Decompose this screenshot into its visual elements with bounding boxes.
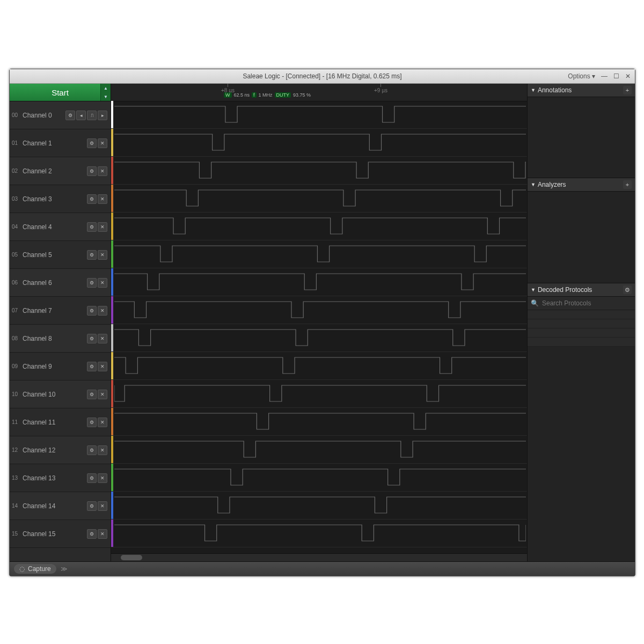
channel-row[interactable]: 02 Channel 2 ⚙ ✕ [10, 157, 111, 185]
channel-row[interactable]: 05 Channel 5 ⚙ ✕ [10, 241, 111, 269]
waveform [114, 495, 526, 515]
channel-name: Channel 7 [20, 307, 87, 314]
waveform-track[interactable] [111, 157, 527, 185]
channel-remove-button[interactable]: ✕ [98, 362, 107, 371]
annotations-title: Annotations [538, 86, 572, 94]
add-analyzer-button[interactable]: + [623, 180, 632, 189]
analyzers-title: Analyzers [538, 181, 566, 188]
channel-index: 08 [12, 335, 20, 341]
waveform-track[interactable] [111, 268, 527, 296]
channel-settings-button[interactable]: ⚙ [87, 194, 97, 204]
channel-row[interactable]: 08 Channel 8 ⚙ ✕ [10, 325, 111, 353]
scrollbar-thumb[interactable] [121, 555, 142, 560]
channel-settings-button[interactable]: ⚙ [87, 501, 97, 511]
channel-remove-button[interactable]: ✕ [98, 418, 107, 427]
channel-remove-button[interactable]: ✕ [98, 390, 107, 399]
waveform-track[interactable] [111, 519, 527, 547]
channel-settings-button[interactable]: ⚙ [87, 445, 97, 455]
channel-color-strip [111, 352, 113, 379]
channel-remove-button[interactable]: ✕ [98, 138, 107, 148]
channel-settings-button[interactable]: ⚙ [87, 473, 97, 483]
channel-row[interactable]: 01 Channel 1 ⚙ ✕ [10, 129, 111, 157]
capture-expand-icon[interactable]: ≫ [61, 565, 68, 573]
channel-row[interactable]: 13 Channel 13 ⚙ ✕ [10, 464, 111, 492]
add-annotation-button[interactable]: + [623, 86, 632, 94]
channel-row[interactable]: 06 Channel 6 ⚙ ✕ [10, 269, 111, 297]
channel-settings-button[interactable]: ⚙ [87, 390, 97, 399]
channel-row[interactable]: 04 Channel 4 ⚙ ✕ [10, 213, 111, 241]
channel-remove-button[interactable]: ✕ [98, 529, 107, 539]
trigger-next-button[interactable]: ▸ [98, 111, 107, 120]
channel-row[interactable]: 09 Channel 9 ⚙ ✕ [10, 353, 111, 380]
channel-row[interactable]: 10 Channel 10 ⚙ ✕ [10, 380, 111, 408]
window-maximize-button[interactable]: ☐ [612, 72, 620, 80]
channel-row[interactable]: 11 Channel 11 ⚙ ✕ [10, 408, 111, 436]
channel-settings-button[interactable]: ⚙ [87, 529, 97, 539]
protocol-row [528, 319, 635, 328]
channel-remove-button[interactable]: ✕ [98, 473, 107, 483]
horizontal-scrollbar[interactable] [111, 553, 527, 561]
channel-remove-button[interactable]: ✕ [98, 501, 107, 511]
channel-remove-button[interactable]: ✕ [98, 222, 107, 232]
waveform-track[interactable] [111, 464, 527, 492]
channel-settings-button[interactable]: ⚙ [87, 222, 97, 232]
channel-remove-button[interactable]: ✕ [98, 445, 107, 455]
channel-remove-button[interactable]: ✕ [98, 166, 107, 176]
decoded-protocols-header[interactable]: ▼ Decoded Protocols ⚙ [528, 283, 635, 297]
start-button[interactable]: Start ▲ ▼ [10, 84, 111, 101]
channel-settings-button[interactable]: ⚙ [87, 250, 97, 260]
channel-remove-button[interactable]: ✕ [98, 334, 107, 343]
protocol-rows [528, 310, 635, 347]
channel-settings-button[interactable]: ⚙ [87, 278, 97, 288]
waveform-area[interactable]: +8 µs +9 µs W 62.5 ns f 1 MHz DUTY 93.75… [111, 84, 527, 561]
capture-tab[interactable]: ◌ Capture [14, 564, 56, 574]
trigger-prev-button[interactable]: ◂ [76, 111, 86, 120]
start-up-arrow-icon[interactable]: ▲ [101, 84, 111, 92]
channel-remove-button[interactable]: ✕ [98, 306, 107, 316]
waveform-track[interactable] [111, 380, 527, 408]
waveform-track[interactable] [111, 408, 527, 436]
collapse-icon: ▼ [531, 182, 536, 187]
channel-settings-button[interactable]: ⚙ [87, 334, 97, 343]
waveform-track[interactable] [111, 101, 527, 129]
analyzers-header[interactable]: ▼ Analyzers + [528, 178, 635, 192]
waveform-tracks[interactable] [111, 101, 527, 554]
protocols-settings-button[interactable]: ⚙ [623, 286, 632, 294]
waveform-track[interactable] [111, 436, 527, 464]
waveform-track[interactable] [111, 324, 527, 352]
channel-settings-button[interactable]: ⚙ [87, 166, 97, 176]
analyzers-panel [528, 192, 635, 283]
waveform-track[interactable] [111, 129, 527, 157]
channel-settings-button[interactable]: ⚙ [87, 418, 97, 427]
annotations-header[interactable]: ▼ Annotations + [528, 84, 635, 97]
channel-row[interactable]: 00 Channel 0 ⚙ ◂ ⎍ ▸ [10, 101, 111, 129]
protocol-search-input[interactable] [541, 299, 632, 308]
waveform [114, 523, 526, 543]
channel-remove-button[interactable]: ✕ [98, 194, 107, 204]
channel-row[interactable]: 12 Channel 12 ⚙ ✕ [10, 436, 111, 464]
start-down-arrow-icon[interactable]: ▼ [101, 92, 111, 101]
channel-row[interactable]: 15 Channel 15 ⚙ ✕ [10, 520, 111, 548]
channel-settings-button[interactable]: ⚙ [87, 362, 97, 371]
channel-settings-button[interactable]: ⚙ [87, 306, 97, 316]
waveform-track[interactable] [111, 296, 527, 324]
window-minimize-button[interactable]: — [601, 72, 608, 80]
waveform-track[interactable] [111, 213, 527, 240]
channel-remove-button[interactable]: ✕ [98, 250, 107, 260]
channel-row[interactable]: 14 Channel 14 ⚙ ✕ [10, 492, 111, 520]
channel-settings-button[interactable]: ⚙ [65, 111, 75, 120]
channel-settings-button[interactable]: ⚙ [87, 138, 97, 148]
waveform-track[interactable] [111, 185, 527, 213]
channel-color-strip [111, 436, 113, 463]
waveform-track[interactable] [111, 352, 527, 380]
waveform-track[interactable] [111, 240, 527, 268]
channel-row[interactable]: 03 Channel 3 ⚙ ✕ [10, 185, 111, 213]
options-menu[interactable]: Options ▾ [568, 72, 595, 80]
trigger-edge-button[interactable]: ⎍ [87, 111, 97, 120]
waveform-track[interactable] [111, 492, 527, 519]
channel-name: Channel 15 [20, 530, 87, 538]
start-button-label: Start [52, 88, 69, 97]
window-close-button[interactable]: ✕ [624, 72, 632, 80]
channel-remove-button[interactable]: ✕ [98, 278, 107, 288]
channel-row[interactable]: 07 Channel 7 ⚙ ✕ [10, 297, 111, 325]
